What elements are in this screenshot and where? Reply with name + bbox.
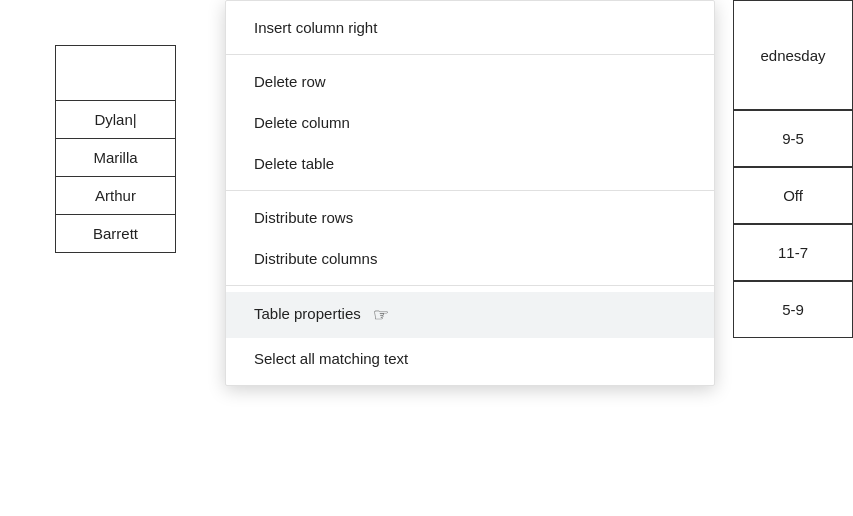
right-col-value-3: 11-7 (778, 244, 808, 261)
menu-item-delete-column[interactable]: Delete column (226, 102, 714, 143)
menu-item-label: Delete column (254, 114, 350, 131)
context-menu: Insert column right Delete row Delete co… (225, 0, 715, 386)
table-cell-arthur: Arthur (56, 177, 176, 215)
table-cell-empty (56, 46, 176, 101)
right-column: ednesday 9-5 Off 11-7 5-9 (733, 0, 853, 516)
right-col-cell-2: Off (733, 167, 853, 224)
menu-item-distribute-columns[interactable]: Distribute columns (226, 238, 714, 279)
right-col-value-1: 9-5 (782, 130, 804, 147)
table-row: Arthur (56, 177, 176, 215)
menu-item-label: Distribute rows (254, 209, 353, 226)
table-row: Dylan| (56, 101, 176, 139)
menu-divider-3 (226, 285, 714, 286)
table-cell-marilla: Marilla (56, 139, 176, 177)
table-row (56, 46, 176, 101)
right-col-value-2: Off (783, 187, 803, 204)
right-col-value-4: 5-9 (782, 301, 804, 318)
menu-item-label: Table properties (254, 305, 361, 322)
table-row: Barrett (56, 215, 176, 253)
right-col-cell-1: 9-5 (733, 110, 853, 167)
hand-cursor-icon: ☞ (373, 304, 389, 326)
menu-item-select-all-matching[interactable]: Select all matching text (226, 338, 714, 379)
menu-item-label: Insert column right (254, 19, 377, 36)
menu-item-insert-column-right[interactable]: Insert column right (226, 7, 714, 48)
right-col-header: ednesday (733, 0, 853, 110)
menu-item-distribute-rows[interactable]: Distribute rows (226, 197, 714, 238)
right-col-header-text: ednesday (760, 47, 825, 64)
menu-item-label: Delete row (254, 73, 326, 90)
menu-item-label: Distribute columns (254, 250, 377, 267)
table-area: Dylan| Marilla Arthur Barrett (0, 0, 215, 516)
table-cell-dylan[interactable]: Dylan| (56, 101, 176, 139)
menu-item-table-properties[interactable]: Table properties ☞ (226, 292, 714, 338)
menu-item-delete-row[interactable]: Delete row (226, 61, 714, 102)
menu-item-label: Delete table (254, 155, 334, 172)
table-cell-barrett: Barrett (56, 215, 176, 253)
menu-divider-1 (226, 54, 714, 55)
right-col-cell-3: 11-7 (733, 224, 853, 281)
menu-divider-2 (226, 190, 714, 191)
data-table: Dylan| Marilla Arthur Barrett (55, 45, 176, 253)
menu-item-label: Select all matching text (254, 350, 408, 367)
right-col-cell-4: 5-9 (733, 281, 853, 338)
table-row: Marilla (56, 139, 176, 177)
menu-item-delete-table[interactable]: Delete table (226, 143, 714, 184)
